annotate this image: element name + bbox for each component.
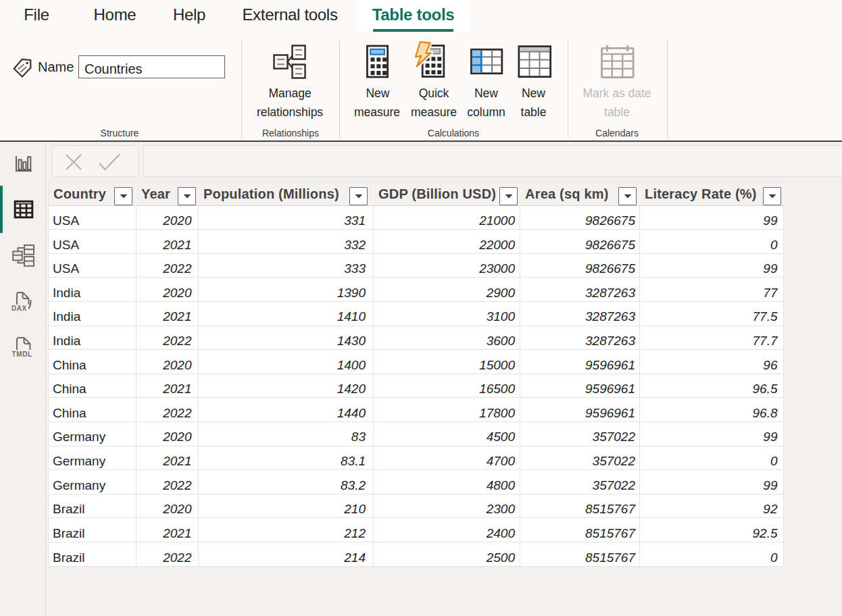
svg-text:TMDL: TMDL: [12, 351, 32, 358]
svg-text:DAX: DAX: [11, 305, 27, 312]
